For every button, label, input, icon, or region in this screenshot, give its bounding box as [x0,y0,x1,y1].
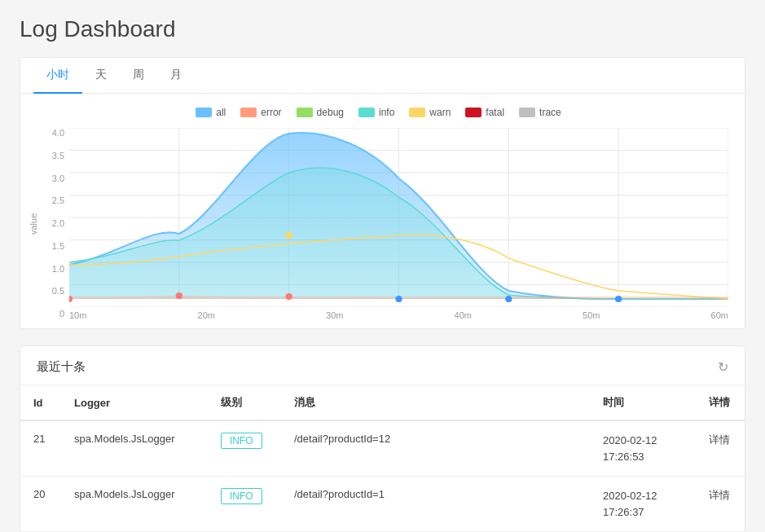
legend-label-error: error [261,107,281,118]
table-body: 21 spa.Models.JsLogger INFO /detail?prod… [20,420,745,532]
refresh-icon[interactable]: ↻ [718,359,728,375]
cell-detail[interactable]: 详情 [696,420,745,477]
chart-svg [69,128,728,307]
legend-trace: trace [519,107,561,118]
level-badge: INFO [221,433,262,449]
legend-swatch-debug [297,108,313,117]
legend-swatch-fatal [465,108,481,117]
chart-inner: 10m 20m 30m 40m 50m 60m [69,128,728,320]
col-header-message: 消息 [281,385,590,420]
legend-label-fatal: fatal [486,107,504,118]
cell-logger: spa.Models.JsLogger [61,420,208,477]
legend-swatch-warn [409,108,425,117]
legend-warn: warn [409,107,451,118]
table-row: 20 spa.Models.JsLogger INFO /detail?prod… [20,477,745,532]
legend-all: all [196,107,226,118]
detail-link[interactable]: 详情 [709,433,730,446]
cell-level: INFO [208,477,281,532]
dot-info-40m [395,296,402,302]
tab-week[interactable]: 周 [120,58,157,94]
legend-swatch-error [240,108,257,117]
dot-error-20m [176,292,182,299]
chart-legend: all error debug info warn [29,107,728,118]
detail-link[interactable]: 详情 [709,489,730,501]
page-title: Log Dashboard [20,16,745,42]
legend-error: error [240,107,281,118]
col-header-detail: 详情 [696,385,745,420]
col-header-logger: Logger [61,385,208,420]
tabs-bar: 小时 天 周 月 [20,58,745,94]
legend-info: info [358,107,394,118]
legend-fatal: fatal [465,107,504,118]
tab-day[interactable]: 天 [82,58,120,94]
table-header-row: Id Logger 级别 消息 时间 详情 [20,385,745,420]
col-header-time: 时间 [590,385,696,420]
section-title: 最近十条 [37,359,86,375]
x-axis-labels: 10m 20m 30m 40m 50m 60m [69,307,728,320]
legend-label-all: all [216,107,226,118]
legend-label-trace: trace [539,107,561,118]
legend-swatch-trace [519,108,535,117]
cell-message: /detail?productId=12 [281,420,590,477]
col-header-level: 级别 [208,385,281,420]
table-row: 21 spa.Models.JsLogger INFO /detail?prod… [20,420,745,477]
tab-month[interactable]: 月 [157,58,195,94]
legend-debug: debug [297,107,344,118]
timestamp: 2020-02-1217:26:53 [603,434,657,463]
chart-area: all error debug info warn [20,94,745,328]
page-container: Log Dashboard 小时 天 周 月 all error [0,0,765,532]
cell-id: 20 [20,477,61,532]
cell-time: 2020-02-1217:26:53 [590,420,696,477]
dot-info-50m [505,296,512,302]
y-ticks: 4.0 3.5 3.0 2.5 2.0 1.5 1.0 0.5 0 [42,128,64,320]
section-header: 最近十条 ↻ [20,346,745,385]
cell-id: 21 [20,420,61,477]
tab-hour[interactable]: 小时 [33,58,82,94]
log-table: Id Logger 级别 消息 时间 详情 21 spa.Models.JsLo… [20,385,745,532]
cell-detail[interactable]: 详情 [696,477,745,532]
table-card: 最近十条 ↻ Id Logger 级别 消息 时间 详情 21 spa.Mode… [20,345,745,532]
cell-logger: spa.Models.JsLogger [61,477,208,532]
dot-info-60m [615,296,622,302]
y-axis-label: value [29,128,38,320]
col-header-id: Id [20,385,61,420]
chart-wrapper: value 4.0 3.5 3.0 2.5 2.0 1.5 1.0 0.5 0 [29,128,728,320]
cell-level: INFO [208,420,281,477]
legend-label-debug: debug [317,107,344,118]
legend-label-warn: warn [429,107,451,118]
chart-card: 小时 天 周 月 all error debug [20,57,745,329]
legend-swatch-all [196,108,212,117]
timestamp: 2020-02-1217:26:37 [603,490,657,518]
legend-swatch-info [358,108,375,117]
level-badge: INFO [221,488,262,504]
cell-message: /detail?productId=1 [281,477,590,532]
dot-warn-30m [286,232,292,239]
legend-label-info: info [379,107,394,118]
cell-time: 2020-02-1217:26:37 [590,477,696,532]
dot-error-30m [286,293,292,300]
